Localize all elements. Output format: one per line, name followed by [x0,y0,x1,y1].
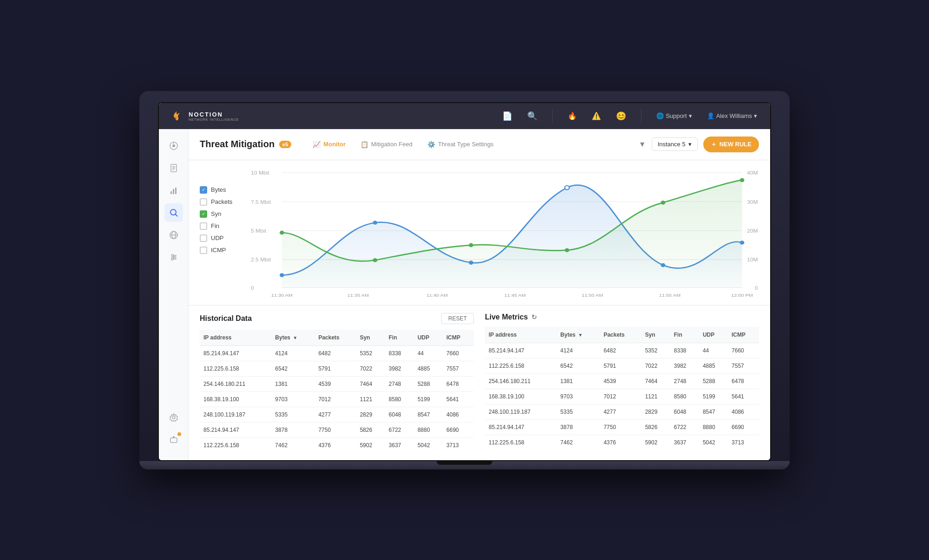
chart-svg-area: 10 Mbit 7.5 Mbit 5 Mbit 2.5 Mbit 0 [251,168,759,298]
table-cell: 254.146.180.211 [485,373,556,389]
table-row: 85.214.94.147387877505826672288806690 [200,422,474,437]
chart-container: ✓ Bytes Packets ✓ Syn [200,168,759,298]
svg-point-41 [373,221,378,225]
warning-icon[interactable]: ⚠️ [588,110,605,122]
laptop-screen: NOCTION NETWORK INTELLIGENCE 📄 🔍 🔥 ⚠️ 😊 … [158,102,771,461]
lm-col-syn[interactable]: Syn [641,327,670,343]
lm-col-packets[interactable]: Packets [600,327,641,343]
sidebar-item-settings[interactable] [164,408,183,427]
reset-button[interactable]: RESET [441,313,474,324]
svg-line-12 [175,214,177,216]
notification-dot [177,432,181,436]
table-cell: 5352 [641,343,670,358]
table-cell: 4086 [443,407,474,422]
col-icmp[interactable]: ICMP [443,330,474,346]
sidebar-item-tuning[interactable] [164,248,183,267]
col-ip-address[interactable]: IP address [200,330,271,346]
new-rule-button[interactable]: ＋ NEW RULE [703,137,759,152]
page-title-area: Threat Mitigation e5 [200,139,291,150]
packets-label: Packets [211,198,232,205]
filter-icon[interactable]: ▼ [639,140,646,149]
legend-bytes[interactable]: ✓ Bytes [200,186,242,194]
sidebar-item-reports[interactable] [164,159,183,177]
legend-packets[interactable]: Packets [200,198,242,206]
support-menu[interactable]: 🌐 Support ▾ [653,111,696,121]
content-area: Threat Mitigation e5 📈 Monitor 📋 Mitigat… [189,129,770,460]
tab-mitigation-feed[interactable]: 📋 Mitigation Feed [354,138,419,151]
table-cell: 8547 [414,407,443,422]
tab-threat-type-settings[interactable]: ⚙️ Threat Type Settings [421,138,500,151]
syn-checkbox[interactable]: ✓ [200,210,207,218]
lm-col-udp[interactable]: UDP [699,327,728,343]
user-menu[interactable]: 👤 Alex Williams ▾ [703,111,761,121]
logo-icon [168,108,185,124]
table-cell: 7464 [641,373,670,389]
legend-icmp[interactable]: ICMP [200,247,242,254]
sidebar-item-global[interactable] [164,226,183,244]
tab-settings-label: Threat Type Settings [438,141,494,148]
historical-tbody: 85.214.94.1474124648253528338447660112.2… [200,345,474,453]
legend-fin[interactable]: Fin [200,222,242,230]
logo-area: NOCTION NETWORK INTELLIGENCE [168,108,239,124]
svg-text:20M: 20M [747,228,758,233]
table-cell: 7022 [356,361,385,376]
icmp-checkbox[interactable] [200,247,207,254]
tab-nav: 📈 Monitor 📋 Mitigation Feed ⚙️ Threat Ty… [306,138,500,151]
table-cell: 168.38.19.100 [485,389,556,404]
svg-text:30M: 30M [747,199,758,204]
top-nav: NOCTION NETWORK INTELLIGENCE 📄 🔍 🔥 ⚠️ 😊 … [159,103,770,129]
col-bytes[interactable]: Bytes ▼ [271,330,314,346]
lm-col-icmp[interactable]: ICMP [728,327,759,343]
packets-checkbox[interactable] [200,198,207,206]
svg-point-21 [171,258,173,260]
table-cell: 5902 [641,435,670,450]
col-udp[interactable]: UDP [414,330,443,346]
sidebar-item-notifications[interactable] [164,430,183,449]
laptop-base [139,461,790,469]
col-fin[interactable]: Fin [385,330,414,346]
table-cell: 4539 [314,376,356,391]
refresh-icon[interactable]: ↻ [531,313,537,321]
table-cell: 2829 [356,407,385,422]
table-cell: 7464 [356,376,385,391]
tab-feed-label: Mitigation Feed [371,141,412,148]
bytes-checkbox[interactable]: ✓ [200,186,207,194]
table-cell: 5335 [271,407,314,422]
svg-point-19 [172,254,174,256]
lm-col-fin[interactable]: Fin [670,327,699,343]
svg-point-24 [173,436,175,438]
col-packets[interactable]: Packets [314,330,356,346]
legend-syn[interactable]: ✓ Syn [200,210,242,218]
instance-select[interactable]: Instance 5 ▾ [652,137,698,151]
flame-alert-icon[interactable]: 🔥 [564,110,581,122]
user-chevron-icon: ▾ [754,112,757,119]
lm-col-ip[interactable]: IP address [485,327,556,343]
document-icon[interactable]: 📄 [498,109,516,123]
search-icon[interactable]: 🔍 [523,109,541,123]
chart-legend: ✓ Bytes Packets ✓ Syn [200,168,251,298]
udp-checkbox[interactable] [200,234,207,242]
table-cell: 5791 [600,358,641,373]
chart-section: ✓ Bytes Packets ✓ Syn [189,160,770,306]
historical-thead: IP address Bytes ▼ Packets Syn Fin UDP I… [200,330,474,346]
table-cell: 5288 [414,376,443,391]
smiley-icon[interactable]: 😊 [612,109,630,123]
table-cell: 6048 [670,404,699,419]
table-cell: 85.214.94.147 [200,422,271,437]
live-metrics-table: IP address Bytes ▼ Packets Syn Fin UDP I… [485,327,759,450]
sidebar-item-analytics[interactable] [164,181,183,200]
col-syn[interactable]: Syn [356,330,385,346]
sidebar-item-dashboard[interactable] [164,137,183,155]
table-cell: 5352 [356,345,385,361]
tab-monitor[interactable]: 📈 Monitor [306,138,352,151]
lm-col-bytes[interactable]: Bytes ▼ [556,327,600,343]
table-cell: 3637 [385,437,414,453]
legend-udp[interactable]: UDP [200,234,242,242]
logo-text: NOCTION NETWORK INTELLIGENCE [189,111,239,121]
table-cell: 6542 [556,358,600,373]
fin-checkbox[interactable] [200,222,207,230]
nav-divider-2 [641,109,641,123]
sidebar-item-threat[interactable] [164,203,183,222]
instance-chevron-icon: ▾ [688,141,692,148]
laptop-frame: NOCTION NETWORK INTELLIGENCE 📄 🔍 🔥 ⚠️ 😊 … [139,91,790,469]
